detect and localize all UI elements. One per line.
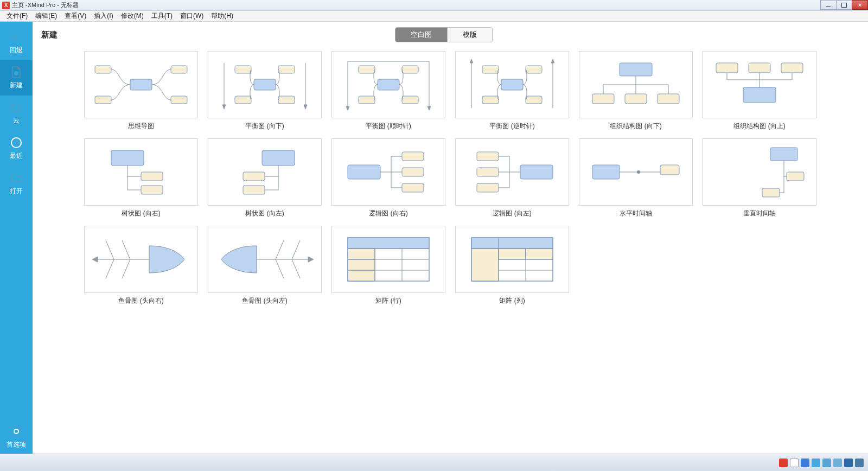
tray-icon[interactable] xyxy=(779,459,788,467)
menu-modify[interactable]: 修改(M) xyxy=(118,11,147,21)
sidebar-item-cloud[interactable]: 云 xyxy=(0,96,33,131)
sidebar-label: 首选项 xyxy=(7,440,26,449)
menu-file[interactable]: 文件(F) xyxy=(3,11,31,21)
template-label: 平衡图 (逆时针) xyxy=(489,122,534,131)
svg-rect-19 xyxy=(359,96,375,104)
svg-rect-25 xyxy=(482,66,499,73)
template-fishbone-right[interactable]: 鱼骨图 (头向右) xyxy=(84,226,198,305)
svg-line-98 xyxy=(292,240,300,259)
svg-rect-8 xyxy=(254,79,276,90)
window-maximize-button[interactable] xyxy=(836,0,852,10)
template-org-up[interactable]: 组织结构图 (向上) xyxy=(703,51,816,131)
window-close-button[interactable] xyxy=(852,0,868,10)
template-grid: 思维导图平衡图 (向下)平衡图 (顺时针)平衡图 (逆时针)组织结构图 (向下)… xyxy=(33,48,868,316)
sidebar-item-new[interactable]: 新建 xyxy=(0,60,33,96)
file-new-icon xyxy=(10,66,23,79)
template-thumbnail xyxy=(703,51,816,118)
svg-rect-12 xyxy=(278,96,295,104)
page-title: 新建 xyxy=(41,30,58,40)
tray-icon[interactable] xyxy=(790,459,799,467)
svg-rect-104 xyxy=(348,259,375,270)
template-timeline-v[interactable]: 垂直时间轴 xyxy=(703,138,816,218)
tab-blank[interactable]: 空白图 xyxy=(395,28,447,42)
tray-icon[interactable] xyxy=(844,459,853,467)
window-minimize-button[interactable] xyxy=(820,0,837,10)
svg-rect-55 xyxy=(262,150,295,166)
sidebar-item-back[interactable]: 回退 xyxy=(0,25,33,60)
menu-bar: 文件(F) 编辑(E) 查看(V) 插入(I) 修改(M) 工具(T) 窗口(W… xyxy=(0,11,868,22)
svg-line-99 xyxy=(276,259,284,278)
svg-rect-85 xyxy=(762,188,780,197)
template-balanced-ccw[interactable]: 平衡图 (逆时针) xyxy=(455,51,569,131)
menu-edit[interactable]: 编辑(E) xyxy=(32,11,60,21)
menu-tools[interactable]: 工具(T) xyxy=(148,11,176,21)
tab-template[interactable]: 模版 xyxy=(447,28,492,42)
svg-rect-115 xyxy=(499,249,526,259)
svg-rect-64 xyxy=(402,183,424,192)
svg-point-2 xyxy=(14,429,18,434)
tray-icon[interactable] xyxy=(812,459,820,467)
template-matrix-col[interactable]: 矩阵 (列) xyxy=(455,226,569,305)
menu-view[interactable]: 查看(V) xyxy=(61,11,90,21)
svg-rect-40 xyxy=(716,63,738,73)
template-label: 逻辑图 (向右) xyxy=(369,209,407,218)
template-timeline-h[interactable]: 水平时间轴 xyxy=(579,138,693,218)
sidebar-item-prefs[interactable]: 首选项 xyxy=(0,419,33,454)
svg-rect-5 xyxy=(95,96,111,104)
menu-window[interactable]: 窗口(W) xyxy=(177,11,207,21)
template-balanced-down[interactable]: 平衡图 (向下) xyxy=(208,51,322,131)
tray-icon[interactable] xyxy=(801,459,809,467)
menu-insert[interactable]: 插入(I) xyxy=(91,11,116,21)
svg-rect-103 xyxy=(348,249,375,259)
template-fishbone-left[interactable]: 鱼骨图 (头向左) xyxy=(208,226,322,305)
menu-help[interactable]: 帮助(H) xyxy=(208,11,237,21)
template-tree-left[interactable]: 树状图 (向左) xyxy=(208,138,322,218)
svg-rect-63 xyxy=(402,168,424,176)
template-label: 树状图 (向左) xyxy=(245,209,284,218)
template-matrix-row[interactable]: 矩阵 (行) xyxy=(331,226,445,305)
sidebar-item-recent[interactable]: 最近 xyxy=(0,131,33,166)
svg-rect-80 xyxy=(660,165,679,175)
sidebar-label: 云 xyxy=(13,116,20,125)
template-label: 矩阵 (行) xyxy=(375,296,401,305)
template-thumbnail xyxy=(455,226,569,293)
template-tree-right[interactable]: 树状图 (向右) xyxy=(84,138,198,218)
template-label: 树状图 (向右) xyxy=(122,209,160,218)
tray-icon[interactable] xyxy=(822,459,831,467)
svg-rect-50 xyxy=(141,172,163,181)
template-logic-left[interactable]: 逻辑图 (向左) xyxy=(455,138,569,218)
taskbar xyxy=(0,454,868,471)
svg-rect-21 xyxy=(402,96,418,104)
sidebar-label: 回退 xyxy=(10,46,23,55)
tray-icon[interactable] xyxy=(855,459,864,467)
template-balanced-cw[interactable]: 平衡图 (顺时针) xyxy=(331,51,445,131)
template-logic-right[interactable]: 逻辑图 (向右) xyxy=(331,138,445,218)
template-org-down[interactable]: 组织结构图 (向下) xyxy=(579,51,693,131)
view-tabs: 空白图 模版 xyxy=(395,27,493,42)
sidebar-item-open[interactable]: 打开 xyxy=(0,166,33,201)
svg-marker-29 xyxy=(470,59,473,63)
main-panel: 新建 空白图 模版 思维导图平衡图 (向下)平衡图 (顺时针)平衡图 (逆时针)… xyxy=(33,22,868,454)
svg-rect-42 xyxy=(781,63,803,73)
sidebar-label: 打开 xyxy=(10,187,23,196)
svg-rect-83 xyxy=(770,148,797,161)
tray-icon[interactable] xyxy=(833,459,842,467)
svg-rect-61 xyxy=(348,165,380,179)
svg-line-100 xyxy=(292,259,300,278)
svg-rect-43 xyxy=(743,87,776,103)
svg-line-93 xyxy=(106,259,114,278)
arrow-left-icon xyxy=(10,30,23,43)
svg-rect-3 xyxy=(130,79,152,90)
template-label: 鱼骨图 (头向左) xyxy=(242,296,287,305)
svg-rect-32 xyxy=(592,94,614,104)
template-thumbnail xyxy=(208,226,322,293)
titlebar: X 主页 -XMind Pro - 无标题 xyxy=(0,0,868,11)
template-label: 水平时间轴 xyxy=(620,209,652,218)
svg-rect-4 xyxy=(95,66,111,73)
template-thumbnail xyxy=(579,138,693,206)
svg-rect-24 xyxy=(501,79,523,90)
template-mindmap[interactable]: 思维导图 xyxy=(84,51,198,131)
svg-line-91 xyxy=(106,240,114,259)
template-thumbnail xyxy=(84,226,198,293)
template-thumbnail xyxy=(84,138,198,206)
